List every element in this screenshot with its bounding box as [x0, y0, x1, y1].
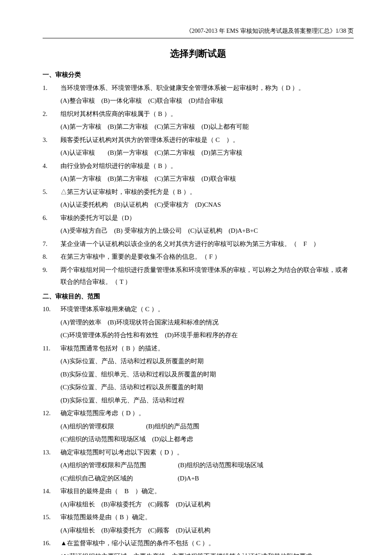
q-options: (A)受审核方自己 (B) 受审核方的上级公司 (C)认证机构 (D)A+B+C	[43, 225, 354, 237]
q-num: 4.	[43, 160, 61, 172]
q-num: 11.	[43, 342, 61, 355]
q-num: 2.	[43, 108, 61, 120]
q-num: 14.	[43, 485, 61, 497]
q-text: 顾客委托认证机构对其供方的管理体系进行的审核是（ C ）。	[61, 134, 354, 146]
section-2-head: 二、审核目的、范围	[43, 290, 354, 303]
option-line: (C)环境管理体系的符合性和有效性 (D)环境手册和程序的存在	[61, 329, 354, 341]
question-row: 2.组织对其材料供应商的审核属于（ B ）。	[43, 108, 354, 120]
q-num: 15.	[43, 511, 61, 523]
question-row: 9.两个审核组对同一个组织进行质量管理体系和环境管理体系的审核，可以称之为结合的…	[43, 264, 354, 288]
q-text: 组织对其材料供应商的审核属于（ B ）。	[61, 108, 354, 120]
q-options: (A)第一方审核 (B)第二方审核 (C)第三方审核 (D)以上都有可能	[43, 121, 354, 133]
option-line: (A)管理的效率 (B)环境现状符合国家法规和标准的情况	[61, 316, 354, 329]
q-num: 16.	[43, 537, 61, 549]
question-row: 3.顾客委托认证机构对其供方的管理体系进行的审核是（ C ）。	[43, 134, 354, 146]
question-row: 8.在第三方审核中，重要的是要收集不合格的信息。（ F ）	[43, 251, 354, 263]
q-num: 1.	[43, 82, 61, 94]
q-num: 10.	[43, 303, 61, 315]
option-line: (C)组织的活动范围和现场区域 (D)以上都考虑	[61, 433, 354, 445]
q-text: 环境管理体系审核用来确定（ C ）。	[61, 303, 354, 315]
q-text: 审核的委托方可以是（D）	[61, 212, 354, 224]
question-row: 1.当环境管理体系、环境管理体系、职业健康安全管理体系被一起审核时，称为（ D …	[43, 82, 354, 94]
option-line: (A)组织的管理权限和产品范围 (B)组织的活动范围和现场区域	[61, 459, 354, 471]
question-row: 5.△第三方认证审核时，审核的委托方是（ B ）。	[43, 186, 354, 198]
question-row: 12.确定审核范围应考虑（ D ）。	[43, 407, 354, 419]
q-options: (A)认证审核 (B)第一方审核 (C)第二方审核 (D)第三方审核	[43, 147, 354, 159]
q-options: (A)第一方审核 (B)第二方审核 (C)第三方审核 (D)联合审核	[43, 173, 354, 185]
q-text: 审核范围通常包括对（ B ）的描述。	[61, 342, 354, 355]
question-row: 16.▲在监督审核中，缩小认证范围的条件不包括（ C ）。	[43, 537, 354, 549]
option-line: (A)实际位置、产品、活动和过程以及所覆盖的时期	[61, 355, 354, 367]
q-options: (A)实际位置、产品、活动和过程以及所覆盖的时期 (B)实际位置、组织单元、活动…	[43, 355, 354, 406]
q-options: (A)审核组长 (B)审核委托方 (C)顾客 (D)认证机构	[43, 524, 354, 537]
q-num: 13.	[43, 446, 61, 459]
question-row: 14.审核目的最终是由（ B ）确定。	[43, 485, 354, 497]
q-text: 当环境管理体系、环境管理体系、职业健康安全管理体系被一起审核时，称为（ D ）。	[61, 82, 354, 94]
q-text: 两个审核组对同一个组织进行质量管理体系和环境管理体系的审核，可以称之为结合的联合…	[61, 264, 354, 288]
q-text: 某企业请一个认证机构以该企业的名义对其供方进行的审核可以称为第三方审核。（ F …	[61, 238, 354, 250]
option-line: (A)获证组织的主要区域、主要生产线、主要过程等不再继续符合认证标准和其他附加要…	[61, 550, 354, 555]
question-row: 6.审核的委托方可以是（D）	[43, 212, 354, 224]
q-num: 6.	[43, 212, 61, 224]
option-line: (D)实际位置、组织单元、产品、活动和过程	[61, 394, 354, 407]
q-num: 5.	[43, 186, 61, 198]
option-line: (B)实际位置、组织单元、活动和过程以及所覆盖的时期	[61, 368, 354, 381]
page-header: 《2007-2013 年 EMS 审核知识统考试题及答案整理汇总》1/38 页	[43, 26, 354, 38]
q-text: 审核范围最终是由（ B ）确定。	[61, 511, 354, 523]
q-options: (A)认证委托机构 (B)认证机构 (C)受审核方 (D)CNAS	[43, 199, 354, 211]
document-title: 选择判断试题	[43, 45, 354, 63]
option-line: (C)组织自己确定的区域的 (D)A+B	[61, 472, 354, 485]
q-text: 由行业协会对组织进行的审核是（ B ）。	[61, 160, 354, 172]
question-row: 11.审核范围通常包括对（ B ）的描述。	[43, 342, 354, 355]
q-num: 3.	[43, 134, 61, 146]
q-num: 8.	[43, 251, 61, 263]
q-num: 12.	[43, 407, 61, 419]
q-text: △第三方认证审核时，审核的委托方是（ B ）。	[61, 186, 354, 198]
option-line: (A)组织的管理权限 (B)组织的产品范围	[61, 420, 354, 433]
q-options: (A)组织的管理权限和产品范围 (B)组织的活动范围和现场区域 (C)组织自己确…	[43, 459, 354, 484]
q-options: (A)获证组织的主要区域、主要生产线、主要过程等不再继续符合认证标准和其他附加要…	[43, 550, 354, 555]
question-row: 15.审核范围最终是由（ B ）确定。	[43, 511, 354, 523]
q-options: (A)整合审核 (B)一体化审核 (C)联合审核 (D)结合审核	[43, 95, 354, 107]
question-row: 7.某企业请一个认证机构以该企业的名义对其供方进行的审核可以称为第三方审核。（ …	[43, 238, 354, 250]
option-line: (C)实际位置、产品、活动和过程以及所覆盖的时期	[61, 381, 354, 393]
q-text: ▲在监督审核中，缩小认证范围的条件不包括（ C ）。	[61, 537, 354, 549]
question-row: 10.环境管理体系审核用来确定（ C ）。	[43, 303, 354, 315]
q-text: 在第三方审核中，重要的是要收集不合格的信息。（ F ）	[61, 251, 354, 263]
q-options: (A)管理的效率 (B)环境现状符合国家法规和标准的情况 (C)环境管理体系的符…	[43, 316, 354, 341]
q-text: 审核目的最终是由（ B ）确定。	[61, 485, 354, 497]
question-row: 4.由行业协会对组织进行的审核是（ B ）。	[43, 160, 354, 172]
q-text: 确定审核范围时可以考虑以下因素（ D ）。	[61, 446, 354, 459]
q-num: 9.	[43, 264, 61, 288]
q-options: (A)组织的管理权限 (B)组织的产品范围 (C)组织的活动范围和现场区域 (D…	[43, 420, 354, 445]
q-num: 7.	[43, 238, 61, 250]
q-text: 确定审核范围应考虑（ D ）。	[61, 407, 354, 419]
question-row: 13.确定审核范围时可以考虑以下因素（ D ）。	[43, 446, 354, 459]
section-1-head: 一、审核分类	[43, 69, 354, 81]
q-options: (A)审核组长 (B)审核委托方 (C)顾客 (D)认证机构	[43, 498, 354, 511]
